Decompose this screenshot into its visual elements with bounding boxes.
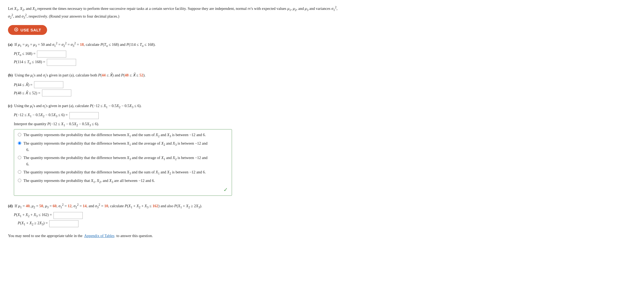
part-d-input-1[interactable]: [53, 212, 83, 219]
correct-checkmark: ✓: [18, 186, 228, 193]
part-d-input-row-2: P(X1 + X2 ≥ 2X3) =: [14, 220, 338, 227]
part-d-label-1: P(X1 + X2 + X3 ≤ 162) =: [14, 213, 52, 218]
radio-options-box: The quantity represents the probability …: [14, 129, 232, 196]
part-d-input-row-1: P(X1 + X2 + X3 ≤ 162) =: [14, 212, 338, 219]
part-b-label-2: P(48 ≤ X̄ ≤ 52) =: [14, 91, 40, 95]
part-b-input-1[interactable]: [34, 81, 63, 88]
part-a-input-row-1: P(To ≤ 168) =: [14, 51, 338, 58]
part-a-input-1[interactable]: [37, 51, 66, 58]
intro-text: Let X1, X2, and X3 represent the times n…: [8, 5, 338, 20]
part-d-input-2[interactable]: [49, 220, 78, 227]
radio-input-4[interactable]: [18, 170, 21, 174]
radio-option-2: The quantity represents the probability …: [18, 141, 228, 153]
part-b-label-1: P(44 ≤ X̄) =: [14, 83, 32, 87]
radio-label-3: The quantity represents the probability …: [23, 155, 207, 167]
part-a-label-1: P(To ≤ 168) =: [14, 51, 35, 57]
part-c-label: P(−12 ≤ X1 − 0.5X2 − 0.5X3 ≤ 6) =: [14, 113, 68, 118]
part-b-input-2[interactable]: [42, 89, 71, 96]
part-c: (c) Using the μi's and σi's given in par…: [8, 103, 338, 196]
part-b-input-row-2: P(48 ≤ X̄ ≤ 52) =: [14, 89, 338, 96]
part-c-interpret-label: Interpret the quantity P(−12 ≤ X1 − 0.5X…: [14, 122, 338, 127]
part-b: (b) Using the μi's and σi's given in par…: [8, 72, 338, 96]
salt-button-label: USE SALT: [20, 28, 41, 32]
part-b-header: (b) Using the μi's and σi's given in par…: [8, 72, 338, 79]
radio-label-2: The quantity represents the probability …: [23, 141, 207, 153]
part-a-input-2[interactable]: [47, 59, 76, 66]
part-d-label-2: P(X1 + X2 ≥ 2X3) =: [14, 221, 48, 226]
radio-option-1: The quantity represents the probability …: [18, 132, 228, 139]
part-a-label-2: P(114 ≤ To ≤ 168) =: [14, 60, 45, 65]
radio-input-1[interactable]: [18, 133, 21, 136]
part-d: (d) If μ1 = 40, μ2 = 50, μ3 = 60, σ12 = …: [8, 202, 338, 227]
part-c-input-row: P(−12 ≤ X1 − 0.5X2 − 0.5X3 ≤ 6) =: [14, 112, 338, 119]
radio-input-5[interactable]: [18, 179, 21, 182]
part-a-input-row-2: P(114 ≤ To ≤ 168) =: [14, 59, 338, 66]
part-a-header: (a) If μ1 = μ2 = μ3 = 50 and σ12 = σ22 =…: [8, 41, 338, 48]
radio-label-5: The quantity represents the probability …: [23, 178, 155, 184]
radio-input-3[interactable]: [18, 156, 21, 159]
footer-text2: to answer this question.: [117, 234, 153, 238]
part-c-header: (c) Using the μi's and σi's given in par…: [8, 103, 338, 110]
salt-icon: [14, 27, 19, 33]
radio-option-3: The quantity represents the probability …: [18, 155, 228, 167]
part-c-input[interactable]: [69, 112, 99, 119]
radio-label-1: The quantity represents the probability …: [23, 132, 206, 139]
part-a: (a) If μ1 = μ2 = μ3 = 50 and σ12 = σ22 =…: [8, 41, 338, 66]
radio-option-4: The quantity represents the probability …: [18, 169, 228, 176]
use-salt-button[interactable]: USE SALT: [8, 25, 47, 35]
appendix-link[interactable]: Appendix of Tables: [84, 234, 114, 238]
radio-option-5: The quantity represents the probability …: [18, 178, 228, 184]
footer: You may need to use the appropriate tabl…: [8, 234, 338, 238]
part-d-header: (d) If μ1 = 40, μ2 = 50, μ3 = 60, σ12 = …: [8, 202, 338, 210]
radio-input-2[interactable]: [18, 141, 21, 145]
part-b-input-row-1: P(44 ≤ X̄) =: [14, 81, 338, 88]
footer-text: You may need to use the appropriate tabl…: [8, 234, 82, 238]
radio-label-4: The quantity represents the probability …: [23, 169, 206, 176]
